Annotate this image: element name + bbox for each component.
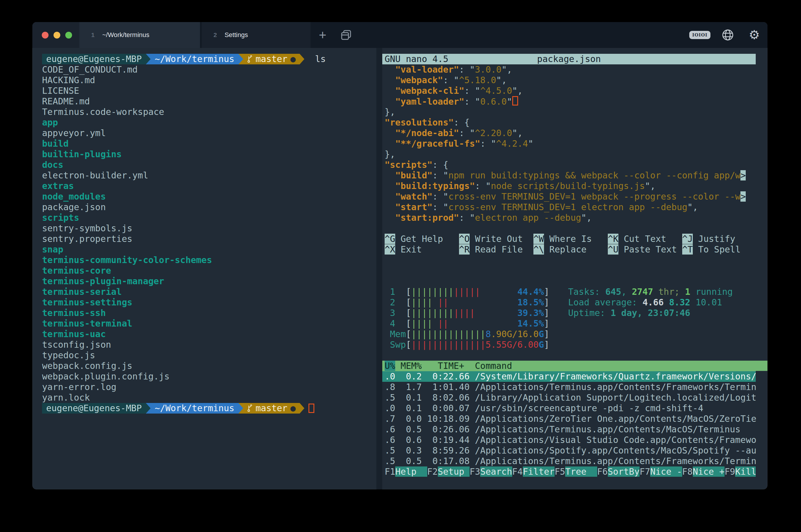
prompt-git-segment: master● xyxy=(243,54,300,64)
nano-shortcut-item[interactable]: ^T To Spell xyxy=(682,244,757,255)
process-row[interactable]: .6 0.6 0:19.44 /Applications/Visual Stud… xyxy=(382,435,756,445)
file-entry: typedoc.js xyxy=(32,350,376,361)
htop-meter-line: 4 [|||| || 14.5%] xyxy=(382,318,756,329)
blank-line xyxy=(382,265,756,276)
new-tab-button[interactable]: + xyxy=(312,22,333,48)
blank-line xyxy=(382,255,756,265)
prompt-user-segment: eugene@Eugenes-MBP xyxy=(42,54,146,64)
nano-shortcut-item[interactable]: ^\ Replace xyxy=(534,244,608,255)
maximize-button[interactable] xyxy=(65,32,72,38)
tabbar-spacer xyxy=(359,22,685,48)
fkey-number: F9 xyxy=(725,467,735,477)
terminal-pane-nano-htop[interactable]: GNU nano 4.5package.json "val-loader": "… xyxy=(382,48,767,489)
dir-entry: app xyxy=(32,117,376,128)
close-button[interactable] xyxy=(42,32,49,38)
serial-button[interactable]: IOIOI xyxy=(685,31,714,39)
process-row[interactable]: .6 0.5 0:26.06 /Applications/Terminus.ap… xyxy=(382,424,756,435)
duplicate-tab-button[interactable] xyxy=(333,22,359,48)
process-row-selected[interactable]: .0 0.2 0:22.66 /System/Library/Framework… xyxy=(382,371,756,382)
nano-shortcut-item[interactable]: ^J Justify xyxy=(682,234,757,244)
fkey-item[interactable]: F9Kill xyxy=(725,467,756,477)
nano-shortcut-item[interactable]: ^R Read File xyxy=(459,244,534,255)
nano-code-line: "build": "npm run build:typings && webpa… xyxy=(382,170,756,181)
nano-code-line: "webpack-cli": "^4.5.0", xyxy=(382,86,756,96)
nano-shortcut-item[interactable]: ^K Cut Text xyxy=(608,234,682,244)
minimize-button[interactable] xyxy=(54,32,60,38)
process-row[interactable]: .7 0.0 10:18.09 /Applications/ZeroTier O… xyxy=(382,414,756,424)
terminus-window: 1 ~/Work/terminus 2 Settings + xyxy=(32,22,767,489)
tab-number: 1 xyxy=(91,32,95,38)
nano-shortcut-item[interactable]: ^G Get Help xyxy=(385,234,459,244)
shortcut-key: ^W xyxy=(534,234,544,244)
fkey-item[interactable]: F3Search xyxy=(470,467,512,477)
shortcut-key: ^O xyxy=(459,234,470,244)
git-branch-icon xyxy=(247,404,253,412)
process-row[interactable]: .0 0.1 0:00.07 /usr/sbin/screencapture -… xyxy=(382,403,756,414)
shell-prompt: eugene@Eugenes-MBP~/Work/terminusmaster● xyxy=(32,403,376,414)
htop-tasks-line: Tasks: 645, 2747 thr; 1 running xyxy=(566,287,733,297)
tab-settings[interactable]: 2 Settings xyxy=(202,22,311,48)
fkey-item[interactable]: F1Help xyxy=(385,467,427,477)
file-entry: electron-builder.yml xyxy=(32,170,376,181)
fkey-item[interactable]: F8Nice + xyxy=(682,467,725,477)
tab-work-terminus[interactable]: 1 ~/Work/terminus xyxy=(79,22,200,48)
shortcut-label: Exit xyxy=(395,244,422,254)
powerline-arrow-icon xyxy=(239,403,243,414)
process-row[interactable]: .5 0.1 8:02.06 /Library/Application Supp… xyxy=(382,393,756,403)
file-entry: CODE_OF_CONDUCT.md xyxy=(32,64,376,75)
terminal-pane-shell[interactable]: eugene@Eugenes-MBP~/Work/terminusmaster●… xyxy=(32,48,376,489)
file-entry: LICENSE xyxy=(32,86,376,96)
htop-tasks-line: Load average: 4.66 8.32 10.01 xyxy=(566,297,733,308)
settings-button[interactable]: ⚙ xyxy=(741,29,767,41)
file-entry: package.json xyxy=(32,202,376,212)
process-row[interactable]: .8 1.7 1:01.40 /Applications/Terminus.ap… xyxy=(382,382,756,393)
shortcut-label: Replace xyxy=(544,244,586,254)
fkey-item[interactable]: F7Nice - xyxy=(639,467,682,477)
fkey-item[interactable]: F2Setup xyxy=(427,467,470,477)
process-table-header[interactable]: U% MEM% TIME+ Command xyxy=(382,361,756,371)
file-entry: HACKING.md xyxy=(32,75,376,86)
git-branch-name: master xyxy=(256,403,287,414)
shortcut-key: ^G xyxy=(385,234,395,244)
fkey-number: F5 xyxy=(555,467,565,477)
nano-code-line: "start": "cross-env TERMINUS_DEV=1 elect… xyxy=(382,202,756,212)
shortcut-label: Write Out xyxy=(470,234,523,244)
fkey-item[interactable]: F6SortBy xyxy=(597,467,640,477)
nano-shortcut-item[interactable]: ^W Where Is xyxy=(534,234,608,244)
nano-shortcut-item[interactable]: ^O Write Out xyxy=(459,234,534,244)
fkey-action: Search xyxy=(480,467,512,477)
sort-column-header: U% xyxy=(385,361,395,371)
shortcut-key: ^T xyxy=(682,244,693,254)
fkey-item[interactable]: F5Tree xyxy=(555,467,597,477)
fkey-number: F2 xyxy=(427,467,438,477)
shortcut-label: Where Is xyxy=(544,234,592,244)
process-row[interactable]: .5 0.5 0:17.08 /Applications/Terminus.ap… xyxy=(382,456,756,467)
nano-shortcut-item[interactable]: ^X Exit xyxy=(385,244,459,255)
ssh-connections-button[interactable] xyxy=(714,28,741,42)
blank-line xyxy=(382,350,756,361)
file-entry: appveyor.yml xyxy=(32,128,376,138)
pane-divider[interactable] xyxy=(376,48,382,489)
fkey-number: F6 xyxy=(597,467,608,477)
dir-entry: terminus-plugin-manager xyxy=(32,276,376,287)
file-entry: yarn-error.log xyxy=(32,382,376,393)
nano-code-line: "yaml-loader": "0.6.0" xyxy=(382,96,756,107)
fkey-number: F8 xyxy=(682,467,693,477)
fkey-number: F4 xyxy=(512,467,523,477)
fkey-action: Setup xyxy=(438,467,470,477)
file-entry: webpack.config.js xyxy=(32,361,376,371)
desktop: 1 ~/Work/terminus 2 Settings + xyxy=(0,0,801,532)
file-entry: Terminus.code-workspace xyxy=(32,107,376,117)
nano-shortcut-row: ^G Get Help^O Write Out^W Where Is^K Cut… xyxy=(382,234,756,244)
gear-icon: ⚙ xyxy=(749,29,760,41)
dir-entry: terminus-community-color-schemes xyxy=(32,255,376,265)
fkey-item[interactable]: F4Filter xyxy=(512,467,555,477)
window-controls xyxy=(32,22,79,48)
tab-number: 2 xyxy=(213,32,217,38)
file-entry: sentry.properties xyxy=(32,234,376,244)
shortcut-key: ^U xyxy=(608,244,618,254)
process-row[interactable]: .5 0.3 8:59.26 /Applications/Spotify.app… xyxy=(382,445,756,456)
nano-shortcut-item[interactable]: ^U Paste Text xyxy=(608,244,682,255)
git-branch-icon xyxy=(247,55,253,63)
fkey-number: F3 xyxy=(470,467,480,477)
